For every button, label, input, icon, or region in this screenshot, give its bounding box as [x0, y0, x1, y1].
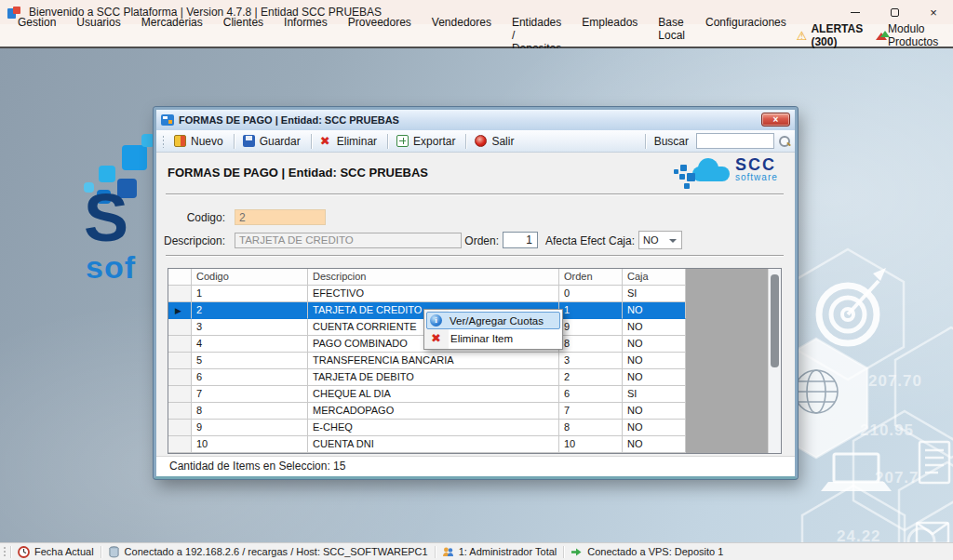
- modulo-productos-icon: [876, 31, 883, 41]
- toolbar-separator: [311, 134, 312, 149]
- dialog-title-bar[interactable]: FORMAS DE PAGO | Entidad: SCC PRUEBAS ×: [156, 110, 795, 130]
- status-conexion-host[interactable]: Conectado a 192.168.2.6 / recargas / Hos…: [101, 543, 435, 560]
- row-selector[interactable]: [168, 336, 192, 353]
- page-title: FORMAS DE PAGO | Entidad: SCC PRUEBAS: [168, 166, 428, 180]
- column-header-codigo[interactable]: Codigo: [192, 269, 308, 286]
- salir-button[interactable]: Salir: [469, 133, 521, 150]
- status-label: Conectado a VPS: Deposito 1: [587, 546, 723, 557]
- cell-descripcion[interactable]: CHEQUE AL DIA: [308, 386, 559, 403]
- search-input[interactable]: [696, 133, 774, 149]
- database-icon: [108, 546, 120, 558]
- codigo-field[interactable]: 2: [235, 209, 326, 225]
- row-selector[interactable]: [168, 369, 192, 386]
- row-selector[interactable]: [168, 386, 192, 403]
- status-vps[interactable]: Conectado a VPS: Deposito 1: [564, 543, 730, 560]
- toolbar-button-label: Nuevo: [191, 135, 223, 148]
- cell-orden[interactable]: 0: [559, 286, 623, 302]
- cell-caja[interactable]: NO: [623, 336, 686, 353]
- row-selector[interactable]: [168, 353, 192, 369]
- logo-text: SCC: [735, 156, 778, 173]
- green-arrow-icon: [570, 546, 583, 558]
- dialog-close-button[interactable]: ×: [761, 113, 790, 127]
- cell-codigo[interactable]: 6: [192, 369, 308, 386]
- cell-orden[interactable]: 8: [559, 420, 623, 436]
- cell-caja[interactable]: NO: [623, 302, 686, 319]
- screen: Bienvenido a SCC Plataforma | Version 4.…: [0, 0, 953, 560]
- cell-codigo[interactable]: 9: [192, 420, 308, 436]
- cell-descripcion[interactable]: MERCADOPAGO: [308, 403, 559, 420]
- cell-descripcion[interactable]: EFECTIVO: [308, 286, 559, 302]
- cell-codigo[interactable]: 5: [192, 353, 308, 369]
- row-selector[interactable]: [168, 319, 192, 336]
- dialog-close-icon: ×: [773, 115, 779, 125]
- cell-caja[interactable]: NO: [623, 369, 686, 386]
- cell-descripcion[interactable]: E-CHEQ: [308, 420, 559, 436]
- cell-codigo[interactable]: 8: [192, 403, 308, 420]
- descripcion-field[interactable]: TARJETA DE CREDITO: [235, 233, 462, 248]
- alerts-label: ALERTAS (300): [811, 22, 863, 48]
- column-header-orden[interactable]: Orden: [559, 269, 623, 286]
- logo-subtext: software: [735, 172, 778, 182]
- cell-orden[interactable]: 9: [559, 319, 623, 336]
- toolbar-button-label: Eliminar: [337, 135, 377, 148]
- payment-methods-grid[interactable]: CodigoDescripcionOrdenCaja1EFECTIVO0SI▶2…: [168, 268, 782, 454]
- afecta-efect-caja-value: NO: [643, 234, 659, 246]
- cell-orden[interactable]: 2: [559, 369, 623, 386]
- cell-codigo[interactable]: 7: [192, 386, 308, 403]
- cell-orden[interactable]: 3: [559, 353, 623, 369]
- cell-orden[interactable]: 7: [559, 403, 623, 420]
- status-usuario[interactable]: 1: Administrador Total: [436, 543, 564, 560]
- toolbar-separator: [387, 134, 388, 149]
- cell-orden[interactable]: 6: [559, 386, 623, 403]
- minimize-button[interactable]: [836, 0, 875, 24]
- column-header-caja[interactable]: Caja: [623, 269, 686, 286]
- row-selector[interactable]: [168, 286, 192, 302]
- cell-caja[interactable]: SI: [623, 286, 686, 302]
- guardar-button[interactable]: Guardar: [237, 133, 308, 150]
- cell-caja[interactable]: NO: [623, 403, 686, 420]
- grid-scrollbar[interactable]: [768, 269, 781, 453]
- cell-codigo[interactable]: 1: [192, 286, 308, 302]
- scrollbar-thumb[interactable]: [771, 274, 779, 367]
- eliminar-button[interactable]: Eliminar: [315, 133, 384, 150]
- column-header-descripcion[interactable]: Descripcion: [308, 269, 559, 286]
- cell-descripcion[interactable]: TRANSFERENCIA BANCARIA: [308, 353, 559, 369]
- cell-caja[interactable]: NO: [623, 420, 686, 436]
- context-menu-item-label: Ver/Agregar Cuotas: [450, 315, 544, 327]
- afecta-efect-caja-select[interactable]: NO: [638, 231, 682, 249]
- cell-codigo[interactable]: 2: [192, 302, 308, 319]
- modulo-productos-button[interactable]: Modulo Productos: [876, 22, 943, 48]
- cell-caja[interactable]: NO: [623, 319, 686, 336]
- cell-codigo[interactable]: 10: [192, 436, 308, 453]
- cell-orden[interactable]: 10: [559, 436, 623, 453]
- alerts-button[interactable]: ⚠ ALERTAS (300): [797, 22, 863, 48]
- search-icon[interactable]: [778, 135, 790, 147]
- cell-caja[interactable]: SI: [623, 386, 686, 403]
- orden-field[interactable]: 1: [503, 232, 538, 248]
- save-icon: [243, 135, 255, 147]
- cell-codigo[interactable]: 4: [192, 336, 308, 353]
- row-selector-arrow-icon[interactable]: ▶: [168, 302, 192, 319]
- cell-caja[interactable]: NO: [623, 353, 686, 369]
- cell-descripcion[interactable]: CUENTA DNI: [308, 436, 559, 453]
- nuevo-button[interactable]: Nuevo: [168, 133, 231, 150]
- cell-descripcion[interactable]: TARJETA DE DEBITO: [308, 369, 559, 386]
- row-selector[interactable]: [168, 420, 192, 436]
- exportar-button[interactable]: Exportar: [391, 133, 463, 150]
- cell-codigo[interactable]: 3: [192, 319, 308, 336]
- cloud-icon: [692, 158, 733, 182]
- cell-orden[interactable]: 1: [559, 302, 623, 319]
- row-selector[interactable]: [168, 403, 192, 420]
- cell-orden[interactable]: 8: [559, 336, 623, 353]
- minimize-icon: [851, 12, 860, 13]
- close-button[interactable]: ×: [914, 0, 953, 24]
- delete-icon: [320, 135, 332, 147]
- afecta-efect-caja-label: Afecta Efect Caja:: [542, 234, 635, 247]
- context-menu-item-ver-agregar-cuotas[interactable]: i Ver/Agregar Cuotas: [426, 312, 560, 329]
- target-icon: [819, 268, 886, 343]
- status-fecha-actual[interactable]: Fecha Actual: [11, 543, 101, 560]
- context-menu-item-eliminar-item[interactable]: ✖ Eliminar Item: [426, 329, 560, 347]
- maximize-button[interactable]: [875, 0, 914, 24]
- row-selector[interactable]: [168, 436, 192, 453]
- cell-caja[interactable]: NO: [623, 436, 686, 453]
